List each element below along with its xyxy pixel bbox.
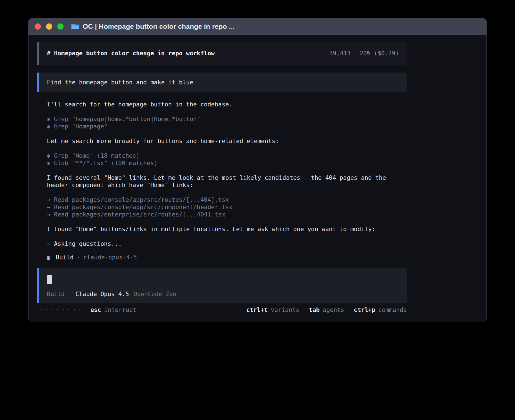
transcript-spacer bbox=[47, 233, 396, 240]
hint-variants: ctrl+t variants bbox=[246, 306, 299, 314]
user-message: Find the homepage button and make it blu… bbox=[37, 73, 407, 92]
assistant-text-line: I found "Home" buttons/links in multiple… bbox=[47, 226, 396, 233]
ctrl-p-key: ctrl+p bbox=[354, 306, 375, 314]
transcript-spacer bbox=[47, 218, 396, 226]
commands-label: commands bbox=[378, 306, 407, 314]
status-bar: ········ esc interrupt ctrl+t variants t… bbox=[37, 306, 407, 314]
hint-interrupt: esc interrupt bbox=[90, 306, 136, 314]
user-message-text: Find the homepage button and make it blu… bbox=[47, 79, 193, 86]
context-usage: 20% ($0.29) bbox=[360, 50, 399, 57]
model-name: Claude Opus 4.5 bbox=[75, 290, 129, 298]
transcript-spacer bbox=[47, 130, 396, 137]
input-meta: Build Claude Opus 4.5 OpenCode Zen bbox=[47, 290, 399, 298]
window-title: OC | Homepage button color change in rep… bbox=[83, 23, 235, 30]
close-button[interactable] bbox=[35, 23, 41, 30]
transcript-spacer bbox=[47, 145, 396, 152]
terminal-content: # Homepage button color change in repo w… bbox=[29, 42, 486, 314]
agent-model: claude-opus-4-5 bbox=[83, 254, 137, 261]
assistant-text-line: ~ Asking questions... bbox=[47, 240, 396, 248]
hint-commands: ctrl+p commands bbox=[354, 306, 407, 314]
spinner-dots: ········ bbox=[39, 306, 84, 314]
provider-name: OpenCode Zen bbox=[134, 290, 176, 298]
folder-icon bbox=[71, 23, 79, 30]
tool-call-line: ✱ Glob "**/*.tsx" (100 matches) bbox=[47, 159, 396, 167]
tab-key: tab bbox=[309, 306, 320, 314]
prompt-input[interactable]: Build Claude Opus 4.5 OpenCode Zen bbox=[37, 268, 407, 303]
token-count: 39,413 bbox=[329, 50, 351, 57]
minimize-button[interactable] bbox=[46, 23, 52, 30]
tool-call-line: → Read packages/enterprise/src/routes/[.… bbox=[47, 211, 396, 218]
ctrl-t-key: ctrl+t bbox=[246, 306, 268, 314]
traffic-lights bbox=[35, 23, 64, 30]
transcript-spacer bbox=[47, 167, 396, 174]
assistant-text-line: Let me search more broadly for buttons a… bbox=[47, 137, 396, 145]
assistant-text-line: I found several "Home" links. Let me loo… bbox=[47, 174, 396, 189]
hint-agents: tab agents bbox=[309, 306, 344, 314]
status-left: ········ esc interrupt bbox=[37, 306, 136, 314]
variants-label: variants bbox=[271, 306, 299, 314]
tool-call-line: ✱ Grep "Home" (18 matches) bbox=[47, 152, 396, 159]
status-right: ctrl+t variants tab agents ctrl+p comman… bbox=[246, 306, 407, 314]
tool-call-line: ✱ Grep "Homepage" bbox=[47, 123, 396, 130]
text-cursor bbox=[47, 275, 52, 284]
agent-icon: ▣ bbox=[47, 254, 50, 261]
agent-name: Build bbox=[56, 254, 73, 261]
session-title: # Homepage button color change in repo w… bbox=[47, 50, 215, 57]
transcript-spacer bbox=[47, 189, 396, 196]
tool-call-line: → Read packages/console/app/src/componen… bbox=[47, 204, 396, 211]
transcript: I'll search for the homepage button in t… bbox=[47, 101, 396, 248]
session-stats: 39,413 20% ($0.29) bbox=[329, 50, 399, 57]
assistant-text-line: I'll search for the homepage button in t… bbox=[47, 101, 396, 108]
agent-separator: · bbox=[77, 254, 80, 261]
mode-indicator: Build bbox=[47, 290, 65, 298]
agent-status-line: ▣ Build · claude-opus-4-5 bbox=[47, 254, 486, 261]
terminal-window: OC | Homepage button color change in rep… bbox=[28, 18, 487, 322]
transcript-spacer bbox=[47, 108, 396, 115]
tool-call-line: ✱ Grep "homepage|home.*button|Home.*butt… bbox=[47, 115, 396, 123]
agents-label: agents bbox=[323, 306, 344, 314]
esc-key: esc bbox=[90, 306, 101, 314]
esc-label: interrupt bbox=[104, 306, 136, 314]
titlebar: OC | Homepage button color change in rep… bbox=[29, 18, 486, 35]
tool-call-line: → Read packages/console/app/src/routes/[… bbox=[47, 196, 396, 204]
zoom-button[interactable] bbox=[57, 23, 64, 30]
session-header: # Homepage button color change in repo w… bbox=[37, 42, 407, 65]
